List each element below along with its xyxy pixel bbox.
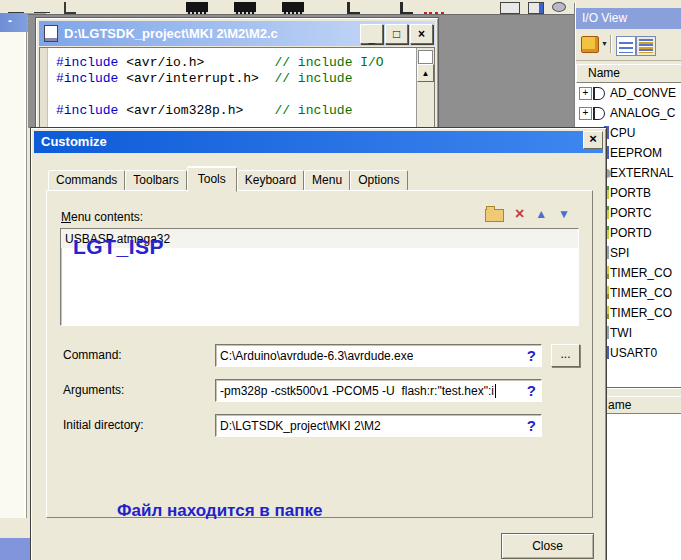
help-icon[interactable]: ?	[527, 417, 536, 434]
maximize-button[interactable]: □	[385, 24, 408, 44]
toolbar-button[interactable]	[528, 2, 544, 14]
code-comment: // include I/O	[274, 55, 383, 70]
toolbar-button[interactable]	[552, 2, 566, 12]
dropdown-arrow-icon[interactable]: ▼	[601, 40, 608, 47]
dialog-tabs: Commands Toolbars Tools Keyboard Menu Op…	[48, 169, 408, 191]
toolbar-button[interactable]	[282, 2, 304, 14]
initial-directory-input[interactable]: D:\LGTSDK_project\MKI 2\M2 ?	[215, 414, 542, 437]
left-dock-panel	[0, 32, 27, 518]
code-header: <avr/io.h>	[118, 55, 274, 70]
scroll-up-button[interactable]: ▲	[417, 64, 434, 82]
list-item[interactable]: +AD_CONVE	[576, 83, 681, 103]
document-icon	[44, 25, 58, 42]
io-view-toolbar: ▼	[576, 31, 681, 61]
lgt-isp-annotation: LGT_ISP	[73, 235, 164, 259]
new-item-folder-icon[interactable]	[485, 209, 504, 222]
chip-icon[interactable]	[581, 36, 599, 53]
code-header: <avr/interrupt.h>	[118, 71, 274, 86]
file-location-annotation: Файл находится в папке D:\LGTSDK_project…	[117, 451, 423, 560]
vertical-scrollbar[interactable]: ▲	[416, 48, 434, 127]
code-directive: #include	[56, 71, 118, 86]
editor-window-title: D:\LGTSDK_project\MKI 2\M2\M2.c	[64, 26, 278, 41]
toolbar-button[interactable]	[186, 2, 208, 14]
logic-gate-icon	[593, 87, 605, 100]
move-down-icon[interactable]: ▼	[558, 207, 570, 221]
editor-window: D:\LGTSDK_project\MKI 2\M2\M2.c _ □ × #i…	[35, 17, 439, 129]
scrollbar-thumb[interactable]	[418, 50, 433, 64]
tab-toolbars[interactable]: Toolbars	[125, 170, 186, 191]
app-screen: - × D:\LGTSDK_project\MKI 2\M2\M2.c _ □ …	[0, 0, 681, 560]
expand-plus-icon[interactable]: +	[579, 107, 592, 120]
customize-dialog: Customize × Commands Toolbars Tools Keyb…	[30, 127, 607, 560]
toolbar-separator	[610, 35, 612, 53]
tab-commands[interactable]: Commands	[48, 170, 125, 191]
minimize-icon[interactable]: -	[8, 14, 12, 28]
close-button[interactable]: Close	[501, 533, 594, 559]
code-header: <avr/iom328p.h>	[118, 103, 274, 118]
code-line: #include <avr/iom328p.h> // include	[56, 103, 384, 119]
command-input[interactable]: C:\Arduino\avrdude-6.3\avrdude.exe ?	[215, 344, 542, 367]
code-line: #include <avr/interrupt.h> // include	[56, 71, 384, 87]
logic-gate-icon	[593, 107, 605, 120]
detail-view-icon[interactable]	[636, 36, 656, 56]
editor-gutter	[40, 48, 48, 127]
tab-options[interactable]: Options	[350, 170, 407, 191]
bottom-left-panel-fragment	[0, 538, 33, 560]
close-button[interactable]: ×	[410, 24, 433, 44]
browse-button[interactable]: ...	[551, 344, 580, 367]
menu-contents-toolbar: × ▲ ▼	[485, 206, 570, 222]
code-block: #include <avr/io.h> // include I/O #incl…	[56, 55, 384, 119]
editor-titlebar[interactable]: D:\LGTSDK_project\MKI 2\M2\M2.c _ □ ×	[39, 21, 435, 46]
window-controls: _ □ ×	[360, 24, 435, 44]
command-label: Command:	[63, 348, 122, 362]
code-editor[interactable]: #include <avr/io.h> // include I/O #incl…	[39, 47, 435, 128]
toolbar-button[interactable]	[500, 2, 520, 14]
code-comment: // include	[274, 71, 352, 86]
text-cursor	[495, 384, 496, 398]
initial-directory-label: Initial directory:	[63, 418, 144, 432]
dialog-close-button[interactable]: ×	[583, 131, 603, 149]
io-view-title: I/O View	[576, 8, 681, 29]
list-view-icon[interactable]	[616, 36, 636, 56]
code-directive: #include	[56, 103, 118, 118]
code-directive: #include	[56, 55, 118, 70]
expand-plus-icon[interactable]: +	[579, 87, 592, 100]
minimize-button[interactable]: _	[360, 24, 383, 44]
list-item[interactable]: +ANALOG_C	[576, 103, 681, 123]
help-icon[interactable]: ?	[527, 382, 536, 399]
tab-keyboard[interactable]: Keyboard	[237, 170, 304, 191]
toolbar-button[interactable]	[234, 2, 256, 14]
code-line	[56, 87, 384, 103]
tab-menu[interactable]: Menu	[304, 170, 350, 191]
arguments-input[interactable]: -pm328p -cstk500v1 -PCOM5 -U flash:r:"te…	[215, 379, 542, 402]
delete-item-icon[interactable]: ×	[515, 206, 524, 222]
io-detail-list	[605, 414, 681, 560]
io-column-header-name[interactable]: Name	[576, 64, 681, 83]
io-detail-column-header[interactable]: ame	[605, 396, 681, 414]
tab-tools[interactable]: Tools	[187, 167, 237, 192]
io-detail-panel: ame	[605, 394, 681, 560]
tools-tab-page: Menu contents: × ▲ ▼ USBASP atmega32 LGT…	[46, 190, 593, 518]
dialog-titlebar[interactable]: Customize	[34, 131, 603, 153]
code-comment: // include	[274, 103, 352, 118]
help-icon[interactable]: ?	[527, 347, 536, 364]
move-up-icon[interactable]: ▲	[535, 207, 547, 221]
arguments-label: Arguments:	[63, 383, 124, 397]
menu-contents-label: Menu contents:	[61, 210, 143, 224]
code-line: #include <avr/io.h> // include I/O	[56, 55, 384, 71]
